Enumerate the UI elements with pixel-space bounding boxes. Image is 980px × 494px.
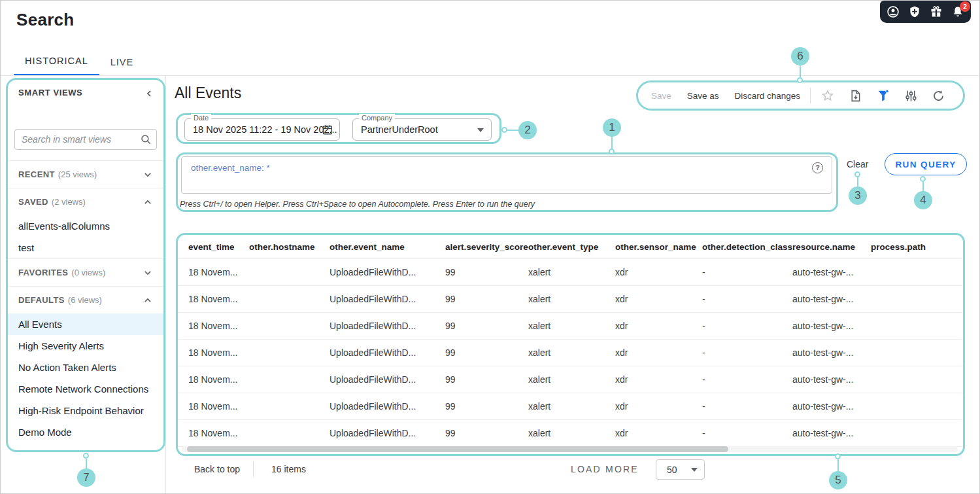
sidebar-view-item[interactable]: test bbox=[8, 237, 163, 258]
table-cell: UploadedFileWithD... bbox=[329, 321, 445, 331]
table-cell: xalert bbox=[528, 321, 615, 331]
table-cell: auto-test-gw-... bbox=[792, 428, 871, 438]
table-row[interactable]: 18 Novem...UploadedFileWithD...99xalertx… bbox=[178, 313, 963, 340]
table-cell: 18 Novem... bbox=[188, 294, 249, 304]
notifications-bell-icon[interactable]: 2 bbox=[951, 5, 964, 18]
section-header-saved[interactable]: SAVED(2 views) bbox=[8, 188, 163, 215]
table-cell: xalert bbox=[528, 294, 615, 304]
sidebar-view-item[interactable]: No Action Taken Alerts bbox=[8, 357, 163, 378]
table-cell: xalert bbox=[528, 428, 615, 438]
smart-views-search bbox=[14, 129, 157, 150]
table-cell: xdr bbox=[615, 428, 702, 438]
table-cell: xdr bbox=[615, 321, 702, 331]
scrollbar-thumb[interactable] bbox=[187, 446, 728, 452]
sidebar-view-item[interactable]: allEvents-allColumns bbox=[8, 215, 163, 237]
sidebar-view-item[interactable]: All Events bbox=[8, 313, 163, 335]
column-header[interactable]: other.event_name bbox=[329, 242, 445, 252]
footer-divider bbox=[253, 461, 254, 477]
sidebar-view-item[interactable]: Demo Mode bbox=[8, 421, 163, 443]
table-row[interactable]: 18 Novem...UploadedFileWithD...99xalertx… bbox=[178, 366, 963, 393]
sidebar-section-defaults: DEFAULTS(6 views)All EventsHigh Severity… bbox=[8, 286, 163, 443]
column-header[interactable]: other.sensor_name bbox=[615, 242, 702, 252]
topbar-icon-group: 2 bbox=[880, 1, 971, 23]
smart-views-panel: SMART VIEWS RECENT(25 views)SAVED(2 view… bbox=[6, 78, 165, 452]
query-editor[interactable]: other.event_name: * ? bbox=[181, 156, 832, 194]
chevron-up-icon[interactable] bbox=[141, 196, 154, 209]
user-icon[interactable] bbox=[887, 5, 900, 18]
save-button[interactable]: Save bbox=[651, 91, 671, 101]
table-cell: 99 bbox=[445, 428, 528, 438]
collapse-panel-icon[interactable] bbox=[143, 87, 156, 103]
save-as-button[interactable]: Save as bbox=[687, 91, 719, 101]
table-cell: UploadedFileWithD... bbox=[329, 294, 445, 304]
chevron-down-icon[interactable] bbox=[141, 266, 154, 279]
table-cell: xalert bbox=[528, 374, 615, 385]
discard-changes-button[interactable]: Discard changes bbox=[735, 91, 801, 101]
back-to-top-button[interactable]: Back to top bbox=[194, 464, 240, 474]
date-range-field[interactable]: Date 18 Nov 2025 11:22 - 19 Nov 202... bbox=[184, 118, 340, 141]
run-query-button[interactable]: RUN QUERY bbox=[885, 153, 967, 175]
chevron-down-icon[interactable] bbox=[141, 168, 154, 181]
table-cell: 99 bbox=[445, 294, 528, 304]
column-header[interactable]: alert.severity_score bbox=[445, 242, 528, 252]
query-text: other.event_name: * bbox=[191, 163, 270, 173]
date-field-value: 18 Nov 2025 11:22 - 19 Nov 202... bbox=[185, 119, 339, 140]
tab-live[interactable]: LIVE bbox=[99, 48, 144, 76]
clear-query-button[interactable]: Clear bbox=[847, 159, 868, 169]
tab-historical[interactable]: HISTORICAL bbox=[14, 48, 99, 76]
column-header[interactable]: resource.name bbox=[792, 242, 871, 252]
filter-icon[interactable] bbox=[876, 88, 890, 103]
security-shield-icon[interactable] bbox=[908, 5, 921, 18]
chevron-down-icon bbox=[691, 468, 698, 472]
table-cell: 18 Novem... bbox=[188, 401, 249, 412]
horizontal-scrollbar[interactable] bbox=[182, 446, 958, 452]
table-cell: UploadedFileWithD... bbox=[329, 428, 445, 438]
favorite-star-icon[interactable] bbox=[820, 88, 835, 103]
export-report-icon[interactable] bbox=[849, 89, 862, 103]
table-cell: xalert bbox=[528, 401, 615, 412]
page-size-value: 50 bbox=[667, 465, 677, 475]
section-header-recent[interactable]: RECENT(25 views) bbox=[8, 160, 163, 188]
column-header[interactable]: event_time bbox=[188, 242, 249, 252]
column-header[interactable]: other.detection_class bbox=[702, 242, 792, 252]
gifts-icon[interactable] bbox=[930, 5, 943, 18]
section-header-favorites[interactable]: FAVORITES(0 views) bbox=[8, 258, 163, 286]
sidebar-view-item[interactable]: High Severity Alerts bbox=[8, 335, 163, 357]
callout-5-dot bbox=[835, 453, 841, 459]
table-cell: xdr bbox=[615, 401, 702, 412]
company-select[interactable]: Company PartnerUnderRoot bbox=[352, 118, 492, 141]
calendar-icon[interactable] bbox=[322, 124, 333, 138]
table-cell: UploadedFileWithD... bbox=[329, 347, 445, 358]
table-row[interactable]: 18 Novem...UploadedFileWithD...99xalertx… bbox=[178, 340, 963, 366]
query-help-icon[interactable]: ? bbox=[812, 162, 823, 173]
company-field-value: PartnerUnderRoot bbox=[353, 119, 491, 140]
section-count: (2 views) bbox=[52, 197, 86, 207]
smart-views-sections: RECENT(25 views)SAVED(2 views)allEvents-… bbox=[8, 160, 163, 443]
table-cell: 99 bbox=[445, 321, 528, 331]
table-cell: UploadedFileWithD... bbox=[329, 401, 445, 412]
column-header[interactable]: other.hostname bbox=[249, 242, 329, 252]
sidebar-view-item[interactable]: High-Risk Endpoint Behavior bbox=[8, 400, 163, 421]
load-more-button[interactable]: LOAD MORE bbox=[571, 464, 639, 474]
smart-views-search-input[interactable] bbox=[14, 129, 157, 150]
column-settings-icon[interactable] bbox=[904, 89, 918, 103]
company-field-label: Company bbox=[359, 114, 395, 122]
section-header-defaults[interactable]: DEFAULTS(6 views) bbox=[8, 286, 163, 313]
table-cell: auto-test-gw-... bbox=[792, 321, 871, 331]
column-header[interactable]: process.path bbox=[871, 242, 962, 252]
results-table: event_timeother.hostnameother.event_name… bbox=[176, 233, 965, 456]
sidebar-view-item[interactable]: Remote Network Connections bbox=[8, 378, 163, 400]
callout-2-line bbox=[507, 130, 518, 131]
refresh-icon[interactable] bbox=[932, 89, 945, 103]
table-row[interactable]: 18 Novem...UploadedFileWithD...99xalertx… bbox=[178, 420, 963, 447]
page-size-select[interactable]: 50 bbox=[656, 459, 705, 480]
table-row[interactable]: 18 Novem...UploadedFileWithD...99xalertx… bbox=[178, 393, 963, 420]
column-header[interactable]: other.event_type bbox=[528, 242, 615, 252]
callout-1: 1 bbox=[603, 118, 621, 137]
date-field-label: Date bbox=[191, 114, 211, 122]
table-row[interactable]: 18 Novem...UploadedFileWithD...99xalertx… bbox=[178, 286, 963, 313]
section-name: SAVED bbox=[18, 197, 48, 207]
table-row[interactable]: 18 Novem...UploadedFileWithD...99xalertx… bbox=[178, 259, 963, 286]
table-cell: 99 bbox=[445, 267, 528, 277]
chevron-up-icon[interactable] bbox=[141, 294, 154, 307]
